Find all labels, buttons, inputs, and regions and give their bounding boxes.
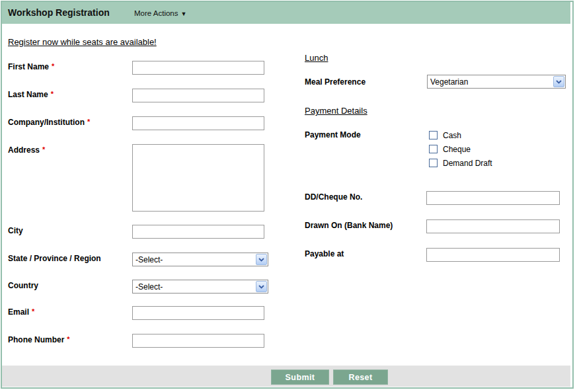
dropdown-arrow-icon bbox=[553, 76, 564, 87]
page-title: Workshop Registration bbox=[8, 7, 110, 18]
intro-note: Register now while seats are available! bbox=[8, 37, 157, 47]
state-province-region-label: State / Province / Region bbox=[8, 254, 101, 263]
selected-value: Vegetarian bbox=[430, 77, 468, 87]
state-province-region-select[interactable]: -Select- bbox=[132, 253, 268, 266]
selected-value: -Select- bbox=[135, 255, 163, 264]
more-actions-label: More Actions bbox=[134, 9, 178, 17]
meal-preference-select[interactable]: Vegetarian bbox=[427, 75, 566, 89]
country-select[interactable]: -Select- bbox=[132, 280, 268, 294]
payment-mode-label: Payment Mode bbox=[305, 130, 361, 139]
required-asterisk: * bbox=[87, 118, 90, 126]
required-asterisk: * bbox=[52, 62, 54, 70]
required-asterisk: * bbox=[67, 335, 69, 343]
checkbox-cash[interactable] bbox=[429, 131, 438, 139]
country-label: Country bbox=[8, 281, 38, 290]
payment-mode-option-cash[interactable]: Cash bbox=[429, 130, 461, 140]
required-asterisk: * bbox=[51, 90, 54, 98]
payment-mode-option-cheque[interactable]: Cheque bbox=[429, 144, 471, 154]
dropdown-arrow-icon bbox=[256, 254, 267, 265]
city-label: City bbox=[8, 226, 26, 235]
last-name-label: Last Name* bbox=[8, 90, 54, 99]
email-label: Email* bbox=[8, 307, 34, 317]
required-asterisk: * bbox=[42, 145, 45, 153]
city-input[interactable] bbox=[132, 225, 264, 239]
phone-number-label: Phone Number* bbox=[8, 335, 70, 344]
selected-value: -Select- bbox=[135, 282, 163, 292]
email-input[interactable] bbox=[132, 306, 264, 320]
meal-preference-label: Meal Preference bbox=[305, 77, 365, 87]
payable-at-input[interactable] bbox=[426, 248, 560, 262]
reset-button[interactable]: Reset bbox=[333, 370, 388, 385]
dd-cheque-no-input[interactable] bbox=[426, 191, 560, 205]
chevron-down-icon: ▼ bbox=[180, 11, 186, 17]
last-name-input[interactable] bbox=[132, 89, 264, 102]
more-actions-button[interactable]: More Actions▼ bbox=[134, 9, 186, 17]
dd-cheque-no-label: DD/Cheque No. bbox=[305, 192, 362, 202]
drawn-on-bank-name-input[interactable] bbox=[426, 219, 560, 233]
address-textarea[interactable] bbox=[132, 144, 264, 212]
drawn-on-bank-name-label: Drawn On (Bank Name) bbox=[305, 221, 393, 230]
company-institution-label: Company/Institution* bbox=[8, 118, 90, 127]
first-name-input[interactable] bbox=[132, 61, 264, 75]
checkbox-label: Cash bbox=[443, 131, 461, 140]
dropdown-arrow-icon bbox=[256, 281, 267, 292]
payable-at-label: Payable at bbox=[305, 249, 344, 258]
header-bar: Workshop Registration More Actions▼ bbox=[2, 2, 570, 24]
checkbox-label: Demand Draft bbox=[443, 159, 492, 168]
required-asterisk: * bbox=[32, 307, 34, 315]
phone-number-input[interactable] bbox=[132, 334, 264, 348]
address-label: Address* bbox=[8, 145, 45, 155]
checkbox-label: Cheque bbox=[443, 145, 471, 154]
payment-mode-option-demand-draft[interactable]: Demand Draft bbox=[429, 158, 492, 168]
checkbox-cheque[interactable] bbox=[429, 145, 438, 153]
first-name-label: First Name* bbox=[8, 62, 54, 71]
checkbox-demand-draft[interactable] bbox=[429, 159, 438, 167]
lunch-section-title: Lunch bbox=[305, 53, 328, 63]
footer-bar: Submit Reset bbox=[2, 366, 570, 387]
workshop-registration-form: Workshop Registration More Actions▼ Regi… bbox=[1, 1, 574, 389]
submit-button[interactable]: Submit bbox=[271, 370, 329, 385]
company-institution-input[interactable] bbox=[132, 116, 264, 130]
payment-details-section-title: Payment Details bbox=[305, 106, 367, 116]
